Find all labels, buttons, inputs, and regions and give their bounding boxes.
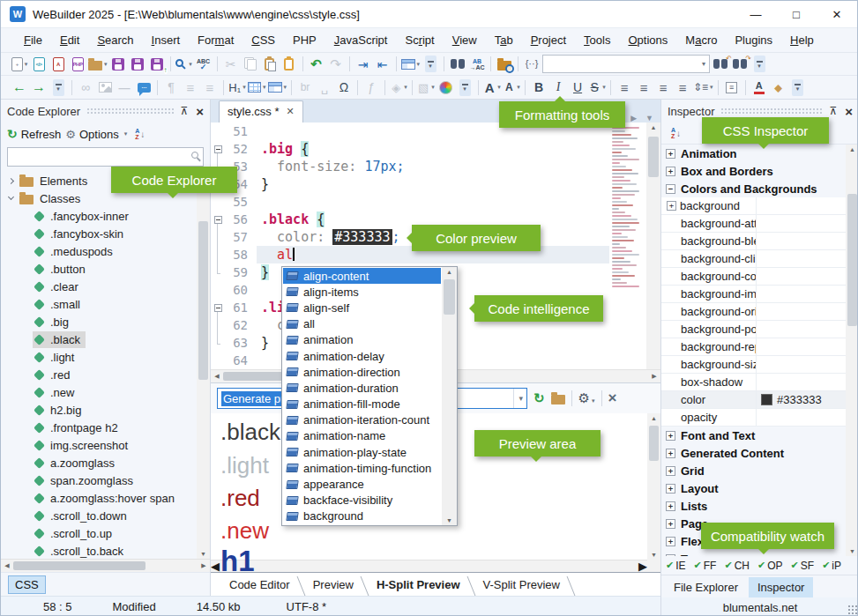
tab-scroll-right-icon[interactable]: ▶	[630, 114, 637, 122]
replace-button[interactable]	[468, 55, 486, 74]
collapse-icon[interactable]: −	[666, 184, 675, 194]
outdent-button[interactable]: ⇤	[374, 55, 392, 74]
back-button[interactable]: ←	[11, 78, 28, 97]
scrollbar-thumb[interactable]	[649, 426, 659, 461]
tree-item-red[interactable]: .red	[1, 366, 210, 383]
nav-overflow-button[interactable]	[49, 78, 67, 97]
autocomplete-item-animation-delay[interactable]: animation-delay	[283, 348, 441, 364]
property-value-cell[interactable]	[757, 197, 858, 214]
fold-collapse-icon[interactable]	[214, 216, 222, 224]
autocomplete-item-align-self[interactable]: align-self	[283, 300, 441, 315]
autocomplete-item-background[interactable]: background	[283, 508, 441, 524]
paste-button[interactable]	[261, 55, 279, 74]
menu-item-script[interactable]: Script	[396, 30, 443, 50]
insert-form-button[interactable]: ▾	[268, 78, 287, 97]
numbered-list-button[interactable]: ≡	[201, 78, 219, 97]
tree-item-h2-big[interactable]: h2.big	[1, 401, 210, 419]
property-value-cell[interactable]	[757, 356, 858, 373]
inspector-prop-background-att[interactable]: background-att	[661, 215, 858, 233]
code-line-54[interactable]: 54}	[211, 175, 609, 193]
code-line-52[interactable]: 52.big {	[211, 140, 609, 158]
scroll-left-icon[interactable]: ◀	[1, 562, 13, 569]
scroll-down-icon[interactable]: ▼	[647, 552, 660, 558]
font-color-button[interactable]	[750, 78, 768, 97]
tree-item-black[interactable]: .black	[1, 330, 210, 348]
inspector-category-layout[interactable]: +Layout	[661, 479, 858, 497]
search-box[interactable]	[542, 55, 710, 74]
menu-item-tools[interactable]: Tools	[575, 30, 619, 50]
menu-item-project[interactable]: Project	[522, 30, 575, 50]
property-value-cell[interactable]	[757, 321, 858, 338]
tree-item-span-zoomglass[interactable]: span.zoomglass	[1, 471, 210, 489]
property-value-cell[interactable]	[757, 215, 858, 232]
code-line-53[interactable]: 53 font-size: 17px;	[211, 158, 609, 175]
line-break-button[interactable]: br	[296, 78, 314, 97]
doc-type-badge[interactable]: CSS	[8, 575, 46, 594]
tab-preview[interactable]: Preview	[302, 573, 365, 596]
tab-style-css[interactable]: style.css * ✕	[219, 100, 303, 122]
options-button[interactable]: ⚙ Options ▾	[65, 128, 127, 141]
menu-item-insert[interactable]: Insert	[143, 30, 190, 50]
preview-horizontal-scrollbar[interactable]: ◀ ▶	[211, 560, 647, 572]
autocomplete-item-animation-timing-function[interactable]: animation-timing-function	[283, 460, 441, 476]
property-value-cell[interactable]	[757, 303, 858, 320]
tab-file-explorer[interactable]: File Explorer	[665, 577, 747, 597]
bold-button[interactable]: B	[530, 78, 548, 97]
tree-item-a-zoomglass[interactable]: a.zoomglass	[1, 454, 210, 471]
copy-button[interactable]	[242, 55, 259, 74]
special-char-button[interactable]: Ω	[335, 78, 353, 97]
sort-az-button[interactable]: AZ ↓	[671, 127, 681, 139]
autocomplete-item-animation-fill-mode[interactable]: animation-fill-mode	[283, 397, 441, 412]
tab-h-split-preview[interactable]: H-Split Preview	[365, 573, 472, 596]
maximize-button[interactable]: □	[776, 1, 817, 27]
paragraph-mark-button[interactable]: ¶	[162, 78, 180, 97]
inspector-prop-background-im[interactable]: background-im	[661, 286, 858, 303]
save-all-button[interactable]	[129, 55, 146, 74]
property-value-cell[interactable]	[757, 286, 858, 302]
refresh-preview-button[interactable]: ↻	[533, 390, 545, 406]
inspector-category-generated-content[interactable]: +Generated Content	[661, 444, 858, 462]
scroll-up-icon[interactable]: ▲	[647, 415, 660, 421]
close-panel-icon[interactable]: ×	[196, 105, 204, 118]
tree-item-new[interactable]: .new	[1, 383, 210, 401]
inspector-prop-background-ble[interactable]: background-ble	[661, 233, 858, 250]
menu-item-search[interactable]: Search	[88, 30, 142, 50]
chevron-down-icon[interactable]	[8, 194, 14, 200]
menu-item-macro[interactable]: Macro	[676, 30, 726, 50]
autocomplete-item-animation-play-state[interactable]: animation-play-state	[283, 444, 441, 460]
save-button[interactable]	[109, 55, 127, 74]
inspector-prop-background-co[interactable]: background-co	[661, 268, 858, 286]
fold-collapse-icon[interactable]	[214, 304, 222, 312]
decrease-font-button[interactable]: A▾	[503, 78, 520, 97]
property-value-cell[interactable]: #333333	[757, 391, 858, 408]
property-value-cell[interactable]	[757, 233, 858, 249]
tab-inspector[interactable]: Inspector	[749, 577, 813, 597]
toolbar1-overflow-button[interactable]	[422, 55, 439, 74]
scroll-right-icon[interactable]: ▶	[198, 562, 210, 569]
scroll-up-icon[interactable]: ▲	[846, 146, 858, 152]
inspector-category-colors-and-backgrounds[interactable]: −Colors and Backgrounds	[661, 180, 858, 197]
search-overflow-button[interactable]	[750, 55, 768, 74]
editor-minimap[interactable]	[609, 122, 646, 369]
explorer-search-input[interactable]	[7, 147, 204, 167]
expand-icon[interactable]: +	[666, 501, 675, 511]
line-spacing-button[interactable]: ⇕≡▾	[693, 78, 713, 97]
toolbar2-overflow-button[interactable]	[456, 78, 474, 97]
autocomplete-item-all[interactable]: all	[283, 316, 441, 332]
preview-settings-button[interactable]: ⚙▾	[578, 390, 595, 406]
new-php-document-button[interactable]: PHP	[69, 55, 86, 74]
strikethrough-button[interactable]: S▾	[588, 78, 606, 97]
expand-icon[interactable]: +	[666, 449, 675, 458]
menu-item-tab[interactable]: Tab	[486, 30, 522, 50]
clipboard-button[interactable]	[280, 55, 298, 74]
increase-font-button[interactable]: A▾	[483, 78, 501, 97]
tree-vertical-scrollbar[interactable]: ▲ ▼	[197, 170, 210, 559]
align-right-button[interactable]: ≡	[654, 78, 672, 97]
indent-button[interactable]: ⇥	[354, 55, 372, 74]
align-center-button[interactable]: ≡	[635, 78, 653, 97]
autocomplete-item-animation[interactable]: animation	[283, 332, 441, 348]
autocomplete-item-align-content[interactable]: align-content	[283, 268, 441, 284]
code-line-55[interactable]: 55	[211, 193, 609, 211]
tree-item-scroll-to-down[interactable]: .scroll_to.down	[1, 507, 210, 524]
tab-code-editor[interactable]: Code Editor	[218, 573, 302, 596]
